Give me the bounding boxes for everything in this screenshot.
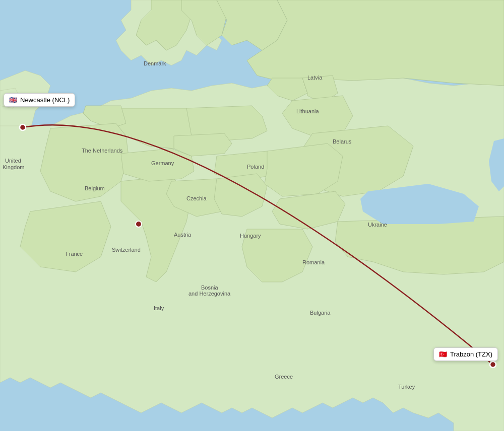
map-svg: Latvia Lithuania Belarus Poland Ukraine … [0,0,504,431]
svg-text:and Herzegovina: and Herzegovina [188,291,231,297]
poland-label: Poland [247,164,264,170]
tr-flag: 🇹🇷 [439,350,447,358]
uk-label1: United [5,158,21,164]
bulgaria-label: Bulgaria [310,310,331,316]
romania-label: Romania [302,259,325,265]
newcastle-label-text: Newcastle (NCL) [20,96,70,104]
turkey-label: Turkey [398,384,415,390]
belarus-label: Belarus [333,138,352,145]
lithuania-label: Lithuania [296,108,320,114]
greece-label: Greece [275,374,293,380]
netherlands-label: The Netherlands [82,148,123,154]
france-label: France [66,251,83,257]
origin-dot [20,124,26,130]
czechia-label: Czechia [186,195,207,201]
transit-dot [136,221,142,227]
austria-label: Austria [174,232,192,238]
germany-label: Germany [151,160,174,166]
trabzon-label-text: Trabzon (TZX) [450,350,492,358]
trabzon-label: 🇹🇷 Trabzon (TZX) [433,347,498,361]
uk-flag: 🇬🇧 [9,96,17,104]
latvia-label: Latvia [307,75,323,81]
uk-label2: Kingdom [3,164,24,170]
hungary-label: Hungary [240,233,261,239]
newcastle-label: 🇬🇧 Newcastle (NCL) [4,93,75,107]
map-container: Latvia Lithuania Belarus Poland Ukraine … [0,0,504,431]
switzerland-label: Switzerland [112,247,141,253]
destination-dot [490,362,496,368]
svg-text:Bosnia: Bosnia [201,284,219,291]
denmark-label: Denmark [144,60,166,66]
italy-label: Italy [154,305,164,311]
belgium-label: Belgium [85,185,105,191]
ukraine-label: Ukraine [368,222,387,228]
